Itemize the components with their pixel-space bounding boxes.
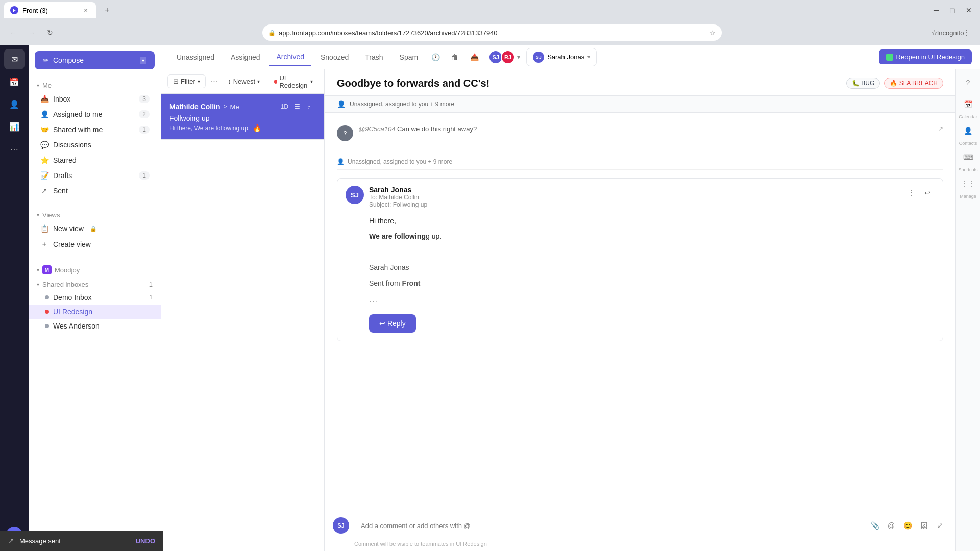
analytics-icon[interactable]: 📊 <box>4 116 24 137</box>
compose-button[interactable]: ✏ Compose ▾ <box>35 51 155 69</box>
refresh-button[interactable]: ↻ <box>43 26 57 40</box>
email-message-card: SJ Sarah Jonas To: Mathilde Collin Subje… <box>337 178 943 341</box>
right-sidebar-contacts[interactable]: 👤 Contacts <box>959 121 977 146</box>
sort-chevron-icon: ▾ <box>257 79 260 84</box>
filter-button[interactable]: ⊟ Filter ▾ <box>167 74 206 88</box>
sort-icon: ↕ <box>228 78 231 85</box>
me-label: Me <box>42 82 52 89</box>
right-shortcuts-icon[interactable]: ⌨ <box>959 148 977 166</box>
me-section-header[interactable]: ▾ Me <box>29 78 161 91</box>
new-tab-button[interactable]: + <box>100 3 114 17</box>
profile-icon[interactable]: Incognito <box>943 26 958 40</box>
create-view-label: Create view <box>53 240 91 248</box>
reopen-button[interactable]: Reopen in UI Redesign <box>879 49 972 64</box>
compose-label: Compose <box>53 56 84 64</box>
email-thread: ? @9C5ca104 Can we do this right away? ↗… <box>325 113 955 510</box>
expand-icon[interactable]: ⤢ <box>933 518 947 533</box>
archive-action-icon[interactable]: 📤 <box>466 49 482 65</box>
comment-box: SJ 📎 @ 😊 🖼 ⤢ <box>325 510 955 541</box>
sarah-jonas-dropdown[interactable]: SJ Sarah Jonas ▾ <box>526 48 597 66</box>
tab-spam[interactable]: Spam <box>393 49 426 65</box>
tab-snoozed[interactable]: Snoozed <box>313 49 356 65</box>
right-sidebar-shortcuts[interactable]: ⌨ Shortcuts <box>958 148 977 172</box>
msg-from: Mathilde Collin <box>169 103 220 111</box>
comment-input[interactable] <box>354 516 863 535</box>
clock-icon[interactable]: 🕐 <box>427 49 444 65</box>
tab-trash[interactable]: Trash <box>358 49 390 65</box>
content-area: ⊟ Filter ▾ ⋯ ↕ Newest ▾ UI Redesign <box>161 69 980 551</box>
right-sidebar-calendar[interactable]: 📅 Calendar <box>959 95 977 119</box>
right-manage-icon[interactable]: ⋮⋮ <box>959 174 977 193</box>
sidebar-item-assigned[interactable]: 👤 Assigned to me 2 <box>32 107 158 122</box>
msg-more-icon[interactable]: ☰ <box>291 101 303 112</box>
undo-button[interactable]: UNDO <box>136 537 155 545</box>
mention-icon[interactable]: @ <box>884 518 898 533</box>
moodjoy-section-header[interactable]: ▾ M Moodjoy <box>29 261 161 277</box>
image-icon[interactable]: 🖼 <box>917 518 931 533</box>
tab-archived[interactable]: Archived <box>270 48 311 66</box>
more-options-icon[interactable]: ⋮ <box>960 26 974 40</box>
help-icon[interactable]: ? <box>959 73 977 92</box>
sidebar-item-drafts[interactable]: 📝 Drafts 1 <box>32 168 158 183</box>
drafts-count: 1 <box>139 171 150 180</box>
sidebar-item-discussions[interactable]: 💬 Discussions <box>32 137 158 153</box>
sla-badge[interactable]: 🔥 SLA BREACH <box>884 78 943 89</box>
forward-button[interactable]: → <box>24 26 39 40</box>
list-more-button[interactable]: ⋯ <box>210 74 218 89</box>
browser-tab[interactable]: F Front (3) ✕ <box>4 2 96 18</box>
tab-assigned[interactable]: Assigned <box>224 49 267 65</box>
compose-dropdown-icon[interactable]: ▾ <box>140 57 146 64</box>
calendar-sidebar-icon[interactable]: 📅 <box>4 71 24 92</box>
delete-icon[interactable]: 🗑 <box>447 49 463 65</box>
email-body-main: We are followingg up. <box>369 231 935 242</box>
sarah-jonas-chevron-icon: ▾ <box>587 54 590 60</box>
sidebar-item-shared[interactable]: 🤝 Shared with me 1 <box>32 122 158 137</box>
close-btn[interactable]: ✕ <box>962 3 976 17</box>
inbox-label: Inbox <box>53 95 70 103</box>
demo-inbox-count: 1 <box>149 294 153 301</box>
message-item-1[interactable]: Mathilde Collin > Me 1D ☰ 🏷 Follwoing up… <box>161 94 324 140</box>
url-text: app.frontapp.com/inboxes/teams/folders/1… <box>279 29 706 37</box>
sidebar-item-wes-anderson[interactable]: Wes Anderson <box>29 319 161 333</box>
email-body-rest: g up. <box>426 232 442 240</box>
msg-tag-icon[interactable]: 🏷 <box>305 101 316 112</box>
sidebar-item-create-view[interactable]: ＋ Create view <box>32 236 158 253</box>
sidebar-item-sent[interactable]: ↗ Sent <box>32 183 158 198</box>
sidebar-item-demo-inbox[interactable]: Demo Inbox 1 <box>29 290 161 305</box>
reply-button[interactable]: ↩ Reply <box>369 314 416 333</box>
right-contacts-icon[interactable]: 👤 <box>959 121 977 140</box>
msg-arrow-icon: > <box>224 103 227 110</box>
views-section-header[interactable]: ▾ Views <box>29 207 161 221</box>
attachment-icon[interactable]: 📎 <box>868 518 882 533</box>
address-bar[interactable]: 🔒 app.frontapp.com/inboxes/teams/folders… <box>262 24 722 41</box>
email-bold-text: We are following <box>369 232 426 240</box>
email-more-icon[interactable]: ⋮ <box>904 186 918 200</box>
back-button[interactable]: ← <box>6 26 20 40</box>
email-reply-icon[interactable]: ↩ <box>920 186 935 200</box>
tab-unassigned[interactable]: Unassigned <box>169 49 222 65</box>
right-calendar-icon[interactable]: 📅 <box>959 95 977 113</box>
tab-close-btn[interactable]: ✕ <box>82 6 90 14</box>
emoji-icon[interactable]: 😊 <box>900 518 915 533</box>
shared-inboxes-header[interactable]: ▾ Shared inboxes 1 <box>29 277 161 290</box>
right-sidebar-manage[interactable]: ⋮⋮ Manage <box>959 174 977 199</box>
filter-label: Filter <box>181 78 195 85</box>
sidebar-item-inbox[interactable]: 📥 Inbox 3 <box>32 91 158 107</box>
minimize-btn[interactable]: ─ <box>929 3 943 17</box>
mail-icon[interactable]: ✉ <box>4 49 24 69</box>
more-sidebar-icon[interactable]: ⋯ <box>4 139 24 159</box>
bug-badge[interactable]: 🐛 BUG <box>846 78 880 89</box>
restore-btn[interactable]: ◻ <box>945 3 960 17</box>
email-detail: Goodbye to forwards and CC's! 🐛 BUG 🔥 SL… <box>325 69 955 551</box>
sent-from-label: Sent from <box>369 279 402 287</box>
label-filter-button[interactable]: UI Redesign ▾ <box>269 71 318 92</box>
right-sidebar-help[interactable]: ? <box>959 73 977 93</box>
header-avatar-dropdown[interactable]: ▾ <box>517 54 520 61</box>
sidebar-item-starred[interactable]: ⭐ Starred <box>32 153 158 168</box>
sidebar-item-new-view[interactable]: 📋 New view 🔒 <box>32 221 158 236</box>
contacts-sidebar-icon[interactable]: 👤 <box>4 94 24 114</box>
sort-button[interactable]: ↕ Newest ▾ <box>223 75 265 88</box>
sidebar-item-ui-redesign[interactable]: UI Redesign <box>29 305 161 319</box>
comment-avatar: SJ <box>333 517 349 534</box>
app-favicon: F <box>10 6 18 14</box>
